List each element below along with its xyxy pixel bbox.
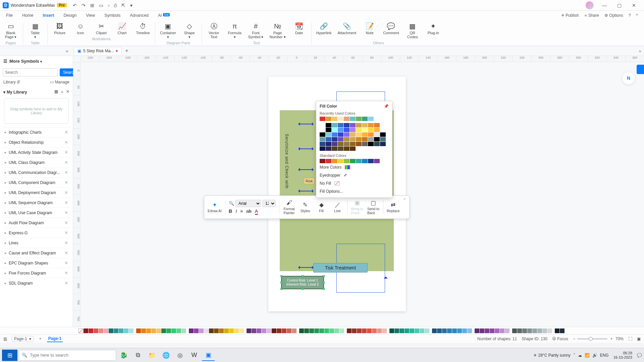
bold-button[interactable]: B <box>229 208 232 215</box>
menu-home[interactable]: Home <box>22 13 33 18</box>
library-item[interactable]: ▸EPC Diagram Shapes✕ <box>3 258 70 268</box>
panel-menu-icon[interactable]: ☰ <box>3 59 7 64</box>
palette-swatch[interactable] <box>99 328 103 333</box>
close-button[interactable]: ✕ <box>627 3 641 8</box>
menu-advanced[interactable]: Advanced <box>130 13 149 18</box>
palette-swatch[interactable] <box>475 328 479 333</box>
palette-swatch[interactable] <box>141 328 146 333</box>
color-swatch[interactable] <box>362 159 368 163</box>
palette-swatch[interactable] <box>512 328 517 333</box>
palette-swatch[interactable] <box>146 328 151 333</box>
library-item-close[interactable]: ✕ <box>64 170 68 175</box>
palette-swatch[interactable] <box>399 328 404 333</box>
color-swatch[interactable] <box>350 142 356 146</box>
color-swatch[interactable] <box>344 123 350 127</box>
palette-swatch[interactable] <box>304 328 309 333</box>
tray-chevron-icon[interactable]: ˄ <box>573 353 575 358</box>
library-item-close[interactable]: ✕ <box>64 190 68 195</box>
page-tab[interactable]: Page-1 <box>47 336 63 342</box>
palette-swatch[interactable] <box>89 328 93 333</box>
color-swatch[interactable] <box>362 142 368 146</box>
styles-button[interactable]: ✎Styles <box>299 201 312 213</box>
color-swatch[interactable] <box>332 146 337 151</box>
minimize-button[interactable]: — <box>597 3 612 8</box>
color-swatch[interactable] <box>362 137 368 141</box>
library-item[interactable]: ▸Object Relationship✕ <box>3 137 70 147</box>
library-item-close[interactable]: ✕ <box>64 281 68 286</box>
save-button[interactable]: ▫ <box>108 3 110 8</box>
page-selector[interactable]: Page-1 ▾ <box>12 336 34 342</box>
palette-swatch[interactable] <box>420 328 424 333</box>
ribbon-timeline-button[interactable]: ⏱Timeline <box>136 22 150 35</box>
palette-swatch[interactable] <box>500 328 504 333</box>
align-button[interactable]: ≡ <box>240 208 243 215</box>
volume-icon[interactable]: 🔊 <box>592 353 597 358</box>
redo-button[interactable]: ↷ <box>82 3 86 8</box>
palette-swatch[interactable] <box>480 328 484 333</box>
color-swatch[interactable] <box>356 123 362 127</box>
library-item[interactable]: ▸UML Class Diagram✕ <box>3 157 70 167</box>
color-swatch[interactable] <box>374 128 380 132</box>
palette-swatch[interactable] <box>505 328 509 333</box>
help-button[interactable]: ? <box>629 13 631 18</box>
palette-swatch[interactable] <box>239 328 244 333</box>
palette-swatch[interactable] <box>262 328 266 333</box>
ribbon-collapse-button[interactable]: ^ <box>636 13 638 18</box>
user-avatar[interactable] <box>586 1 594 9</box>
ribbon-plug-in-button[interactable]: ✦Plug-in <box>426 22 441 39</box>
palette-swatch[interactable] <box>109 328 113 333</box>
mylib-dropzone[interactable]: Drag symbols here to add to My Library <box>4 98 69 124</box>
library-item-close[interactable]: ✕ <box>64 260 68 265</box>
library-item[interactable]: ▸Express-G✕ <box>3 228 70 238</box>
new-button[interactable]: ⊞ <box>90 3 94 8</box>
color-swatch[interactable] <box>344 128 350 132</box>
color-swatch[interactable] <box>326 132 331 137</box>
menu-insert[interactable]: Insert <box>43 13 54 18</box>
palette-swatch[interactable] <box>282 328 286 333</box>
library-item-close[interactable]: ✕ <box>64 230 68 235</box>
no-fill-swatch[interactable] <box>78 328 83 333</box>
maximize-button[interactable]: ▢ <box>612 3 627 8</box>
color-swatch[interactable] <box>374 159 380 163</box>
color-swatch[interactable] <box>380 137 386 141</box>
mylib-close-icon[interactable]: ✕ <box>66 89 69 95</box>
palette-swatch[interactable] <box>437 328 442 333</box>
palette-swatch[interactable] <box>314 328 319 333</box>
options-button[interactable]: ⚙ Options <box>604 13 623 18</box>
taskbar-search[interactable]: 🔍 Type here to search <box>19 350 116 361</box>
menu-view[interactable]: View <box>86 13 95 18</box>
zoom-level-label[interactable]: 70% <box>615 337 624 341</box>
color-swatch[interactable] <box>320 142 325 146</box>
color-swatch[interactable] <box>356 159 362 163</box>
no-fill-option[interactable]: No Fill <box>320 179 389 187</box>
send-back-button[interactable]: ▢Send to Back <box>367 199 380 215</box>
palette-swatch[interactable] <box>425 328 429 333</box>
color-swatch[interactable] <box>350 146 356 151</box>
ribbon-clipart-button[interactable]: ✂Clipart <box>94 22 109 35</box>
bring-front-button[interactable]: ▣Bring to Front <box>351 199 364 215</box>
ribbon-table-button[interactable]: ▦Table▾ <box>28 22 43 39</box>
color-swatch[interactable] <box>320 159 325 163</box>
fit-page-button[interactable]: ⛶ <box>628 337 632 341</box>
zoom-out-button[interactable]: − <box>573 337 575 341</box>
ribbon-qr-button[interactable]: ▩QRCodes <box>405 22 420 39</box>
color-swatch[interactable] <box>380 142 386 146</box>
color-swatch[interactable] <box>350 128 356 132</box>
font-family-select[interactable]: Arial <box>235 200 261 207</box>
color-swatch[interactable] <box>368 128 374 132</box>
publish-button[interactable]: ✈ Publish <box>561 13 579 18</box>
palette-swatch[interactable] <box>234 328 239 333</box>
process-shape[interactable]: Tisk Treatment <box>313 263 368 273</box>
library-item-close[interactable]: ✕ <box>64 210 68 215</box>
export-button[interactable]: ⇱ <box>121 3 125 8</box>
open-button[interactable]: ▭ <box>99 3 103 8</box>
language-indicator[interactable]: ENG <box>600 353 609 358</box>
palette-swatch[interactable] <box>94 328 98 333</box>
palette-swatch[interactable] <box>151 328 156 333</box>
cortana-icon[interactable]: 🐉 <box>117 350 130 361</box>
color-swatch[interactable] <box>374 137 380 141</box>
color-swatch[interactable] <box>326 117 331 121</box>
library-item-close[interactable]: ✕ <box>64 150 68 155</box>
color-swatch[interactable] <box>356 137 362 141</box>
palette-swatch[interactable] <box>224 328 229 333</box>
